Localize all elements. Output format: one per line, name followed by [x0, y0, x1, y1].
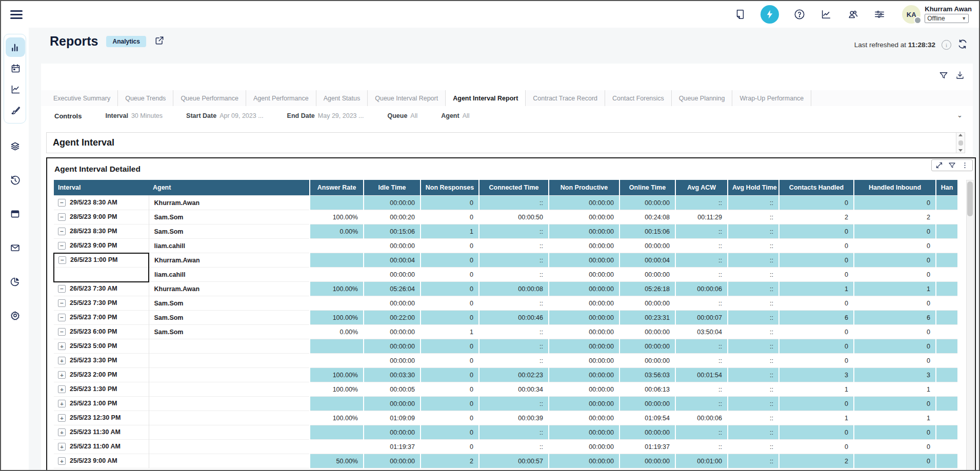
value-cell[interactable]: 3 — [854, 368, 936, 382]
agent-cell[interactable]: liam.cahill — [149, 239, 310, 253]
value-cell[interactable]: 00:00:00 — [549, 268, 619, 282]
value-cell[interactable]: 00:00:20 — [364, 210, 421, 224]
value-cell[interactable] — [310, 354, 364, 368]
agent-cell[interactable] — [149, 411, 310, 425]
interval-cell[interactable]: −28/5/23 9:00 PM — [54, 210, 149, 224]
value-cell[interactable]: 00:00:00 — [549, 397, 619, 411]
value-cell[interactable]: 00:00:06 — [675, 411, 728, 425]
expand-group-icon[interactable]: + — [58, 371, 66, 379]
value-cell[interactable] — [310, 239, 364, 253]
sidebar-item-settings[interactable] — [5, 305, 25, 325]
value-cell[interactable]: :: — [479, 268, 549, 282]
value-cell[interactable]: 00:00:00 — [364, 354, 421, 368]
filter-funnel-icon[interactable] — [939, 71, 948, 80]
interval-cell[interactable]: +25/5/23 9:00 AM — [54, 454, 149, 468]
value-cell[interactable]: :: — [675, 397, 728, 411]
value-cell[interactable]: 00:00:00 — [549, 354, 619, 368]
value-cell[interactable] — [936, 268, 957, 282]
value-cell[interactable]: :: — [479, 425, 549, 440]
value-cell[interactable]: 00:01:00 — [675, 454, 728, 468]
widget-filter-icon[interactable] — [948, 161, 956, 169]
value-cell[interactable]: :: — [728, 253, 779, 268]
interval-cell[interactable]: +25/5/23 12:30 PM — [54, 411, 149, 425]
expand-group-icon[interactable]: + — [58, 457, 66, 465]
value-cell[interactable] — [936, 296, 957, 311]
value-cell[interactable]: :: — [728, 411, 779, 425]
interval-cell[interactable]: +25/5/23 5:00 PM — [54, 339, 149, 354]
value-cell[interactable]: 00:15:06 — [364, 224, 421, 239]
value-cell[interactable]: 00:00:00 — [619, 268, 675, 282]
value-cell[interactable]: 0 — [421, 440, 479, 454]
value-cell[interactable]: 1 — [854, 411, 936, 425]
agent-cell[interactable] — [149, 339, 310, 354]
value-cell[interactable]: 00:00:57 — [479, 454, 549, 468]
value-cell[interactable]: 0 — [854, 354, 936, 368]
value-cell[interactable]: 00:00:34 — [479, 382, 549, 397]
agent-cell[interactable] — [149, 440, 310, 454]
value-cell[interactable] — [936, 411, 957, 425]
collapse-group-icon[interactable]: − — [58, 285, 66, 293]
expand-group-icon[interactable]: + — [58, 414, 66, 422]
value-cell[interactable]: :: — [728, 268, 779, 282]
value-cell[interactable]: :: — [728, 454, 779, 468]
value-cell[interactable]: 0 — [421, 282, 479, 296]
notes-icon[interactable] — [734, 8, 746, 21]
value-cell[interactable]: 0 — [779, 354, 854, 368]
value-cell[interactable] — [936, 224, 957, 239]
value-cell[interactable] — [310, 397, 364, 411]
value-cell[interactable]: :: — [728, 425, 779, 440]
value-cell[interactable]: 00:00:00 — [549, 196, 619, 210]
sidebar-item-layers[interactable] — [5, 136, 25, 156]
value-cell[interactable]: 00:00:00 — [549, 210, 619, 224]
column-header-non-productive[interactable]: Non Productive — [549, 180, 619, 196]
value-cell[interactable]: :: — [728, 382, 779, 397]
download-icon[interactable] — [955, 71, 965, 80]
tab-contact-forensics[interactable]: Contact Forensics — [605, 90, 672, 106]
control-start-date[interactable]: Start DateApr 09, 2023 ... — [186, 112, 264, 119]
value-cell[interactable]: :: — [479, 239, 549, 253]
value-cell[interactable]: 1 — [854, 282, 936, 296]
expand-group-icon[interactable]: + — [58, 443, 66, 450]
sidebar-item-reports[interactable] — [6, 37, 25, 57]
value-cell[interactable] — [310, 196, 364, 210]
value-cell[interactable] — [310, 268, 364, 282]
value-cell[interactable]: :: — [675, 339, 728, 354]
value-cell[interactable]: 0 — [779, 397, 854, 411]
info-icon[interactable]: i — [942, 40, 951, 50]
value-cell[interactable]: 01:09:54 — [619, 411, 675, 425]
sidebar-item-schedule[interactable] — [6, 58, 25, 78]
column-header-online-time[interactable]: Online Time — [619, 180, 675, 196]
value-cell[interactable]: :: — [728, 368, 779, 382]
value-cell[interactable]: 00:00:00 — [364, 325, 421, 339]
value-cell[interactable]: :: — [728, 282, 779, 296]
value-cell[interactable]: 00:00:00 — [619, 339, 675, 354]
value-cell[interactable]: 0.00% — [310, 224, 364, 239]
value-cell[interactable]: 00:00:00 — [549, 454, 619, 468]
value-cell[interactable] — [936, 239, 957, 253]
value-cell[interactable] — [936, 354, 957, 368]
tab-agent-status[interactable]: Agent Status — [316, 90, 368, 106]
value-cell[interactable]: 00:15:06 — [619, 224, 675, 239]
value-cell[interactable] — [936, 368, 957, 382]
value-cell[interactable]: 00:00:00 — [549, 382, 619, 397]
value-cell[interactable] — [936, 253, 957, 268]
value-cell[interactable]: 01:19:37 — [364, 440, 421, 454]
agent-cell[interactable] — [149, 425, 310, 440]
value-cell[interactable] — [936, 339, 957, 354]
agent-cell[interactable] — [149, 454, 310, 468]
tab-contract-trace-record[interactable]: Contract Trace Record — [526, 90, 605, 106]
value-cell[interactable]: :: — [675, 196, 728, 210]
value-cell[interactable]: 0 — [421, 296, 479, 311]
collapse-group-icon[interactable]: − — [58, 228, 66, 235]
value-cell[interactable]: 0 — [854, 339, 936, 354]
collapse-group-icon[interactable]: − — [58, 256, 66, 264]
value-cell[interactable]: :: — [728, 239, 779, 253]
value-cell[interactable]: 00:00:00 — [364, 425, 421, 440]
tab-queue-interval-report[interactable]: Queue Interval Report — [368, 90, 446, 106]
value-cell[interactable]: 00:00:50 — [479, 210, 549, 224]
value-cell[interactable]: 05:26:18 — [619, 282, 675, 296]
table-scrollbar[interactable] — [966, 180, 974, 471]
value-cell[interactable]: 03:56:03 — [619, 368, 675, 382]
value-cell[interactable]: 0 — [421, 354, 479, 368]
value-cell[interactable] — [310, 425, 364, 440]
